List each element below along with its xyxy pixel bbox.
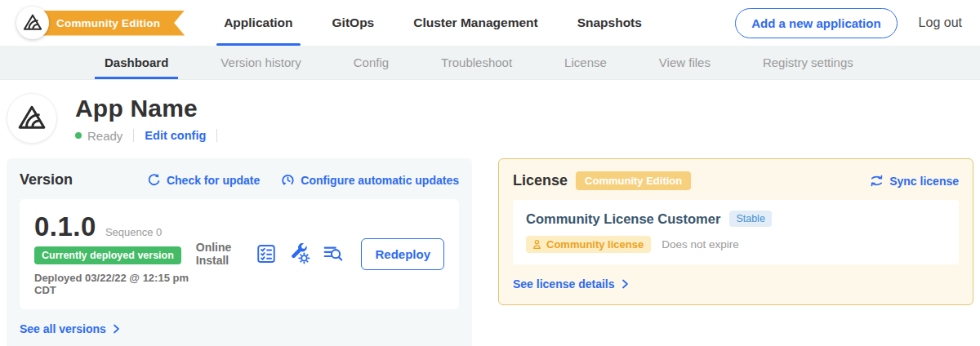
app-status-row: Ready Edit config [75, 129, 228, 143]
tab-snapshots[interactable]: Snapshots [577, 0, 642, 46]
logout-link[interactable]: Log out [919, 16, 962, 30]
app-header-text: App Name Ready Edit config [75, 95, 228, 143]
version-card-actions: Check for update Configure automatic upd… [147, 173, 459, 187]
subtab-view-files[interactable]: View files [649, 46, 720, 79]
person-icon [532, 239, 542, 250]
tab-application[interactable]: Application [224, 0, 292, 46]
app-logo-icon [7, 93, 57, 144]
check-for-update-link[interactable]: Check for update [147, 173, 260, 187]
divider [133, 129, 134, 142]
license-card: License Community Edition Sync license C… [498, 158, 973, 305]
subtab-config[interactable]: Config [344, 46, 399, 79]
version-number: 0.1.0 [34, 211, 96, 242]
install-type-label: Online Install [196, 241, 241, 267]
brand-badge[interactable]: Community Edition [16, 7, 185, 39]
redeploy-button[interactable]: Redeploy [361, 238, 444, 270]
configure-automatic-updates-link[interactable]: Configure automatic updates [281, 173, 459, 187]
channel-badge: Stable [729, 211, 771, 227]
subtab-version-history[interactable]: Version history [211, 46, 310, 79]
see-license-details-link[interactable]: See license details [513, 277, 630, 291]
divider [216, 129, 217, 142]
version-card-title: Version [20, 171, 73, 189]
refresh-icon [147, 173, 161, 187]
view-deploy-logs-icon[interactable] [323, 243, 344, 264]
subtab-registry-settings[interactable]: Registry settings [753, 46, 863, 79]
preflight-results-icon[interactable] [256, 243, 277, 264]
edit-config-link[interactable]: Edit config [145, 129, 206, 142]
currently-deployed-badge: Currently deployed version [34, 246, 181, 264]
subtab-troubleshoot[interactable]: Troubleshoot [431, 46, 522, 79]
license-type-badge: Community license [526, 236, 651, 253]
status-ready-dot [75, 132, 82, 139]
see-all-versions-link[interactable]: See all versions [20, 322, 121, 335]
app-header: App Name Ready Edit config [0, 80, 980, 152]
current-version-info: 0.1.0 Sequence 0 Currently deployed vers… [34, 211, 196, 296]
current-version-panel: 0.1.0 Sequence 0 Currently deployed vers… [20, 199, 459, 309]
top-tabs: Application GitOps Cluster Management Sn… [224, 0, 642, 46]
top-nav: Community Edition Application GitOps Clu… [0, 0, 980, 46]
auto-update-clock-icon [281, 173, 295, 187]
chevron-right-icon [621, 279, 630, 289]
license-detail-panel: Community License Customer Stable Commun… [513, 200, 959, 264]
tab-cluster-management[interactable]: Cluster Management [413, 0, 537, 46]
version-card: Version Check for update Configure au [7, 158, 472, 346]
version-card-header: Version Check for update Configure au [20, 171, 459, 189]
page-title: App Name [75, 95, 228, 122]
license-card-header: License Community Edition Sync license [513, 171, 959, 190]
replicated-logo-icon [16, 7, 49, 39]
version-action-buttons: Online Install [196, 238, 444, 270]
edition-ribbon: Community Edition [35, 11, 185, 36]
tab-gitops[interactable]: GitOps [332, 0, 375, 46]
sub-nav: Dashboard Version history Config Trouble… [0, 46, 980, 80]
subtab-license[interactable]: License [555, 46, 617, 79]
community-edition-badge: Community Edition [576, 171, 691, 190]
top-nav-right: Add a new application Log out [735, 8, 962, 38]
dashboard-cards: Version Check for update Configure au [0, 152, 980, 346]
edit-config-wrench-icon[interactable] [289, 243, 310, 264]
license-card-title: License [513, 172, 568, 189]
chevron-right-icon [112, 324, 121, 334]
sync-license-link[interactable]: Sync license [870, 174, 959, 188]
customer-name: Community License Customer [526, 211, 720, 227]
expiration-text: Does not expire [662, 238, 739, 251]
sequence-label: Sequence 0 [105, 226, 162, 238]
add-new-application-button[interactable]: Add a new application [735, 8, 897, 38]
sync-arrows-icon [870, 174, 884, 188]
subtab-dashboard[interactable]: Dashboard [95, 46, 178, 79]
deployed-timestamp: Deployed 03/22/22 @ 12:15 pm CDT [34, 272, 196, 296]
status-text: Ready [87, 129, 122, 143]
